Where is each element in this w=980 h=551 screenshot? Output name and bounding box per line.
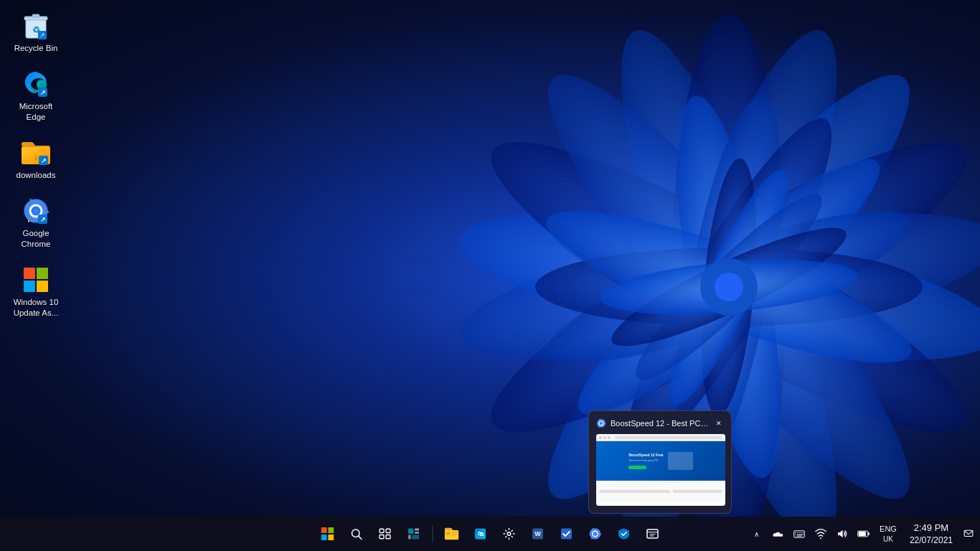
taskbar-chrome-button[interactable]: [583, 521, 608, 547]
microsoft-edge-icon[interactable]: ↗ Microsoft Edge: [7, 65, 65, 127]
svg-rect-60: [415, 532, 419, 534]
preview-content: BoostSpeed 12 Free Get more from your PC: [596, 441, 725, 481]
tray-volume-button[interactable]: [834, 521, 851, 547]
tray-wifi-button[interactable]: [812, 521, 829, 547]
svg-rect-94: [964, 530, 973, 536]
svg-line-53: [359, 536, 362, 539]
svg-rect-25: [32, 14, 39, 17]
svg-text:↗: ↗: [39, 32, 45, 39]
thumbnail-title: BoostSpeed 12 - Best PC Opti...: [611, 419, 710, 428]
edge-image: ↗: [22, 70, 50, 98]
cloud-icon: [772, 530, 783, 538]
svg-text:↗: ↗: [40, 88, 46, 95]
downloads-folder-icon[interactable]: ↓ ↗ downloads: [7, 134, 65, 185]
start-button[interactable]: [315, 521, 341, 547]
svg-rect-59: [415, 529, 419, 531]
folder-image: ↓ ↗: [22, 138, 50, 167]
preview-bottom: [596, 481, 725, 502]
action-center-button[interactable]: [963, 521, 974, 547]
chrome-image: ↗: [22, 197, 50, 225]
svg-text:🛍: 🛍: [478, 531, 484, 537]
svg-rect-49: [328, 527, 334, 533]
clock-date: 22/07/2021: [910, 534, 953, 547]
keyboard-icon: [793, 530, 805, 538]
svg-point-75: [593, 532, 597, 536]
thumbnail-header: BoostSpeed 12 - Best PC Opti... ✕: [596, 418, 724, 428]
volume-icon: [837, 528, 848, 540]
wifi-icon: [815, 528, 826, 540]
svg-rect-76: [647, 529, 658, 538]
svg-text:↗: ↗: [41, 156, 47, 164]
preview-nav: [596, 434, 725, 441]
svg-rect-61: [408, 535, 411, 540]
svg-point-89: [820, 537, 821, 539]
tray-onedrive-button[interactable]: [769, 521, 786, 547]
windows-update-image: [22, 265, 50, 294]
taskbar-word-button[interactable]: W: [525, 521, 551, 547]
svg-rect-54: [380, 529, 384, 532]
language-indicator[interactable]: ENG UK: [877, 518, 900, 550]
taskbar-settings-button[interactable]: [496, 521, 522, 547]
desktop: ♻ ↗ Recycle Bin: [0, 0, 980, 551]
clock[interactable]: 2:49 PM 22/07/2021: [904, 518, 958, 550]
svg-rect-50: [321, 534, 327, 540]
svg-rect-51: [328, 534, 334, 540]
wallpaper: [0, 0, 980, 551]
chevron-up-icon: ∧: [754, 530, 759, 538]
downloads-label: downloads: [17, 170, 56, 181]
system-tray: ∧: [748, 518, 974, 550]
tray-chevron-button[interactable]: ∧: [748, 521, 765, 547]
google-chrome-icon[interactable]: ↗ Google Chrome: [7, 192, 65, 254]
taskbar-widgets-button[interactable]: [401, 521, 427, 547]
svg-rect-43: [24, 281, 35, 292]
svg-rect-93: [868, 532, 870, 535]
svg-text:W: W: [534, 530, 541, 537]
svg-text:↓: ↓: [34, 151, 39, 161]
svg-point-69: [507, 532, 511, 536]
tray-battery-button[interactable]: [855, 521, 872, 547]
svg-point-38: [32, 206, 41, 215]
taskbar-news-button[interactable]: [640, 521, 666, 547]
taskbar: 🛍 W: [0, 517, 980, 551]
taskbar-store-button[interactable]: 🛍: [468, 521, 494, 547]
notification-icon: [963, 529, 974, 539]
recycle-bin-icon[interactable]: ♻ ↗ Recycle Bin: [7, 7, 65, 58]
taskbar-taskview-button[interactable]: [372, 521, 398, 547]
taskbar-todo-button[interactable]: [554, 521, 580, 547]
thumbnail-close-button[interactable]: ✕: [714, 418, 724, 428]
svg-rect-55: [386, 529, 390, 532]
windows-update-label: Windows 10 Update As...: [10, 297, 62, 319]
taskbar-defender-button[interactable]: [611, 521, 637, 547]
svg-rect-80: [794, 530, 805, 537]
svg-point-47: [600, 422, 603, 425]
recycle-bin-label: Recycle Bin: [14, 43, 58, 54]
svg-rect-48: [321, 527, 327, 533]
desktop-icons: ♻ ↗ Recycle Bin: [7, 7, 65, 323]
svg-rect-66: [452, 534, 457, 536]
svg-rect-56: [380, 535, 384, 539]
windows-update-icon[interactable]: Windows 10 Update As...: [7, 261, 65, 323]
microsoft-edge-label: Microsoft Edge: [10, 101, 62, 123]
taskbar-center: 🛍 W: [315, 521, 666, 547]
language-label: ENG: [880, 524, 897, 534]
locale-label: UK: [883, 534, 893, 544]
svg-rect-44: [37, 281, 48, 292]
preview-logo: BoostSpeed 12 Free Get more from your PC: [628, 453, 663, 469]
svg-rect-92: [859, 532, 866, 536]
svg-rect-64: [446, 532, 451, 535]
svg-text:↗: ↗: [40, 215, 46, 222]
svg-rect-57: [386, 535, 390, 539]
thumbnail-preview[interactable]: BoostSpeed 12 Free Get more from your PC: [596, 434, 725, 506]
taskbar-search-button[interactable]: [344, 521, 369, 547]
svg-marker-90: [838, 530, 843, 538]
svg-rect-62: [412, 535, 419, 540]
preview-laptop-graphic: [668, 452, 693, 470]
battery-icon: [857, 529, 870, 538]
tray-keyboard-button[interactable]: [791, 521, 808, 547]
svg-point-22: [715, 273, 743, 301]
preview-browser: BoostSpeed 12 Free Get more from your PC: [596, 434, 725, 506]
svg-rect-65: [452, 532, 458, 534]
svg-rect-42: [37, 268, 48, 279]
taskbar-explorer-button[interactable]: [439, 521, 465, 547]
thumbnail-chrome-icon: [596, 418, 606, 428]
